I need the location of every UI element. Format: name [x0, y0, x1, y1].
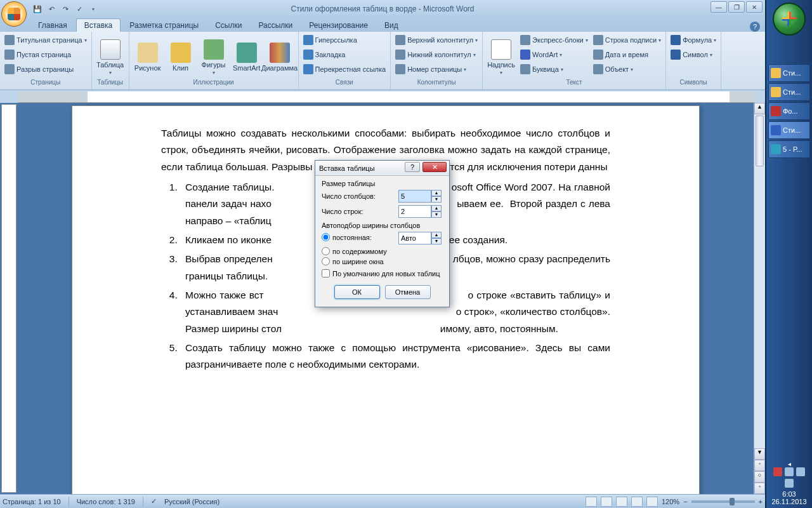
object-button[interactable]: Объект▾ — [591, 62, 663, 76]
tray-signal-icon[interactable] — [785, 479, 794, 488]
sig-icon — [593, 35, 603, 45]
wordart-button[interactable]: WordArt▾ — [518, 48, 590, 62]
status-words[interactable]: Число слов: 1 319 — [77, 498, 135, 505]
smartart-button[interactable]: SmartArt — [231, 33, 263, 79]
taskbar-item[interactable]: 5 - Р... — [768, 140, 810, 158]
spellcheck-icon[interactable]: ✓ — [74, 3, 85, 15]
spin-down-icon[interactable]: ▼ — [431, 196, 442, 203]
footer-button[interactable]: Нижний колонтитул▾ — [393, 48, 480, 62]
app-icon — [771, 144, 781, 154]
scroll-up-icon[interactable]: ▲ — [754, 103, 765, 114]
help-icon[interactable]: ? — [750, 22, 760, 32]
datetime-button[interactable]: Дата и время — [591, 48, 663, 62]
taskbar-item[interactable]: Сти... — [768, 83, 810, 101]
tab-insert[interactable]: Вставка — [76, 18, 121, 32]
view-read-icon[interactable] — [601, 497, 612, 507]
browse-icon[interactable]: ○ — [754, 471, 765, 483]
scroll-thumb[interactable] — [756, 116, 764, 166]
width-input[interactable] — [398, 232, 431, 244]
undo-icon[interactable]: ↶ — [46, 3, 57, 15]
taskbar-item[interactable]: Фо... — [768, 102, 810, 120]
tray-expand-icon[interactable]: ◂ — [769, 460, 809, 467]
tray-network-icon[interactable] — [796, 467, 805, 476]
folder-icon — [771, 87, 781, 97]
page-break-button[interactable]: Разрыв страницы — [3, 62, 89, 76]
quickparts-button[interactable]: Экспресс-блоки▾ — [518, 33, 590, 47]
rows-input[interactable] — [398, 205, 431, 218]
ok-button[interactable]: ОК — [334, 285, 380, 299]
dialog-titlebar[interactable]: Вставка таблицы ? ✕ — [315, 161, 449, 176]
header-button[interactable]: Верхний колонтитул▾ — [393, 33, 480, 47]
tab-references[interactable]: Ссылки — [207, 19, 249, 32]
dropcap-button[interactable]: Буквица▾ — [518, 62, 590, 76]
zoom-out-icon[interactable]: − — [683, 498, 687, 505]
qat-dropdown-icon[interactable]: ▾ — [88, 3, 99, 15]
spin-down-icon[interactable]: ▼ — [431, 238, 442, 244]
header-icon — [395, 35, 405, 45]
rows-label: Число строк: — [322, 208, 396, 215]
bookmark-button[interactable]: Закладка — [301, 48, 388, 62]
vertical-scrollbar[interactable]: ▲ ▼ ◦ ○ ◦ — [754, 103, 765, 494]
dialog-help-button[interactable]: ? — [405, 162, 420, 172]
tab-home[interactable]: Главная — [30, 19, 75, 32]
view-outline-icon[interactable] — [631, 497, 643, 507]
blocks-icon — [520, 35, 530, 45]
autofit-content-radio[interactable] — [322, 247, 330, 255]
redo-icon[interactable]: ↷ — [60, 3, 71, 15]
horizontal-ruler[interactable] — [18, 91, 755, 103]
status-language[interactable]: Русский (Россия) — [164, 498, 219, 505]
start-button[interactable] — [773, 3, 806, 36]
clipart-button[interactable]: Клип — [165, 33, 197, 79]
view-web-icon[interactable] — [616, 497, 627, 507]
tab-review[interactable]: Рецензирование — [301, 19, 376, 32]
symbol-button[interactable]: Символ▾ — [669, 48, 718, 62]
wordart-icon — [520, 50, 530, 60]
office-button[interactable] — [1, 1, 27, 27]
columns-input[interactable] — [398, 190, 431, 203]
taskbar-item[interactable]: Сти... — [768, 64, 810, 82]
chart-button[interactable]: Диаграмма — [264, 33, 296, 79]
hyperlink-button[interactable]: Гиперссылка — [301, 33, 388, 47]
table-button[interactable]: Таблица▾ — [95, 33, 126, 79]
spin-up-icon[interactable]: ▲ — [431, 232, 442, 238]
cover-page-button[interactable]: Титульная страница▾ — [3, 33, 89, 47]
scroll-down-icon[interactable]: ▼ — [754, 448, 765, 460]
autofit-window-radio[interactable] — [322, 257, 330, 265]
zoom-in-icon[interactable]: + — [759, 498, 763, 505]
taskbar-item[interactable]: Сти... — [768, 121, 810, 139]
fixed-width-radio[interactable] — [322, 233, 330, 241]
tab-layout[interactable]: Разметка страницы — [122, 19, 206, 32]
spin-down-icon[interactable]: ▼ — [431, 211, 442, 218]
zoom-level[interactable]: 120% — [662, 498, 679, 505]
equation-button[interactable]: Формула▾ — [669, 33, 718, 47]
dialog-close-button[interactable]: ✕ — [422, 162, 447, 172]
status-proof-icon[interactable]: ✓ — [151, 497, 157, 505]
minimize-button[interactable]: — — [710, 1, 727, 13]
crossref-button[interactable]: Перекрестная ссылка — [301, 62, 388, 76]
blank-page-button[interactable]: Пустая страница — [3, 48, 89, 62]
next-page-icon[interactable]: ◦ — [754, 483, 765, 494]
prev-page-icon[interactable]: ◦ — [754, 460, 765, 471]
close-button[interactable]: ✕ — [746, 1, 763, 13]
pagenum-button[interactable]: Номер страницы▾ — [393, 62, 480, 76]
remember-checkbox[interactable] — [322, 269, 330, 277]
shapes-button[interactable]: Фигуры▾ — [198, 33, 230, 79]
status-page[interactable]: Страница: 1 из 10 — [3, 498, 61, 505]
view-print-icon[interactable] — [586, 497, 597, 507]
tab-mailings[interactable]: Рассылки — [251, 19, 300, 32]
zoom-slider[interactable] — [691, 500, 755, 503]
tray-flag-icon[interactable] — [773, 467, 782, 476]
view-draft-icon[interactable] — [646, 497, 658, 507]
spin-up-icon[interactable]: ▲ — [431, 190, 442, 196]
textbox-button[interactable]: Надпись▾ — [485, 33, 517, 79]
cancel-button[interactable]: Отмена — [385, 285, 431, 299]
tab-view[interactable]: Вид — [377, 19, 406, 32]
vertical-ruler[interactable] — [1, 104, 16, 493]
signature-button[interactable]: Строка подписи▾ — [591, 33, 663, 47]
maximize-button[interactable]: ❐ — [728, 1, 745, 13]
picture-button[interactable]: Рисунок — [132, 33, 164, 79]
clock[interactable]: 6:03 26.11.2013 — [769, 490, 809, 505]
tray-volume-icon[interactable] — [785, 467, 794, 476]
spin-up-icon[interactable]: ▲ — [431, 205, 442, 211]
save-icon[interactable]: 💾 — [32, 3, 43, 15]
